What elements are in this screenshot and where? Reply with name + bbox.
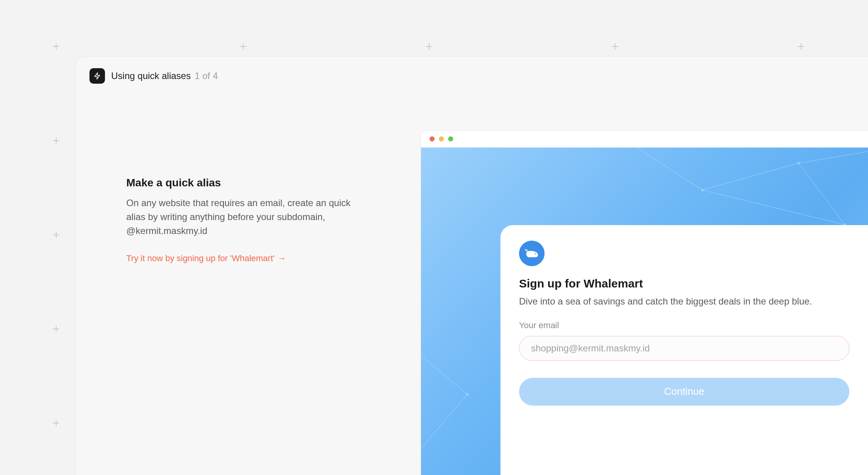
traffic-light-minimize-icon bbox=[439, 136, 444, 141]
arrow-right-icon: → bbox=[278, 253, 286, 263]
svg-point-11 bbox=[535, 253, 536, 255]
traffic-light-close-icon bbox=[430, 136, 435, 141]
svg-line-9 bbox=[421, 394, 467, 448]
panel-header: Using quick aliases 1 of 4 bbox=[89, 68, 218, 84]
svg-point-6 bbox=[798, 162, 800, 164]
signup-heading: Sign up for Whalemart bbox=[519, 277, 849, 290]
onboarding-panel: Using quick aliases 1 of 4 Make a quick … bbox=[76, 56, 868, 475]
svg-point-5 bbox=[701, 189, 703, 191]
signup-card: Sign up for Whalemart Dive into a sea of… bbox=[500, 225, 868, 475]
email-field[interactable] bbox=[519, 336, 849, 361]
panel-title: Using quick aliases bbox=[111, 71, 191, 81]
svg-line-0 bbox=[637, 148, 702, 190]
panel-step-indicator: 1 of 4 bbox=[194, 71, 218, 81]
whale-icon bbox=[519, 241, 545, 266]
signup-subheading: Dive into a sea of savings and catch the… bbox=[519, 295, 849, 308]
lightning-icon bbox=[89, 68, 105, 84]
try-it-link[interactable]: Try it now by signing up for 'Whalemart'… bbox=[126, 253, 286, 263]
svg-line-8 bbox=[421, 356, 467, 394]
svg-line-4 bbox=[799, 163, 845, 225]
continue-button[interactable]: Continue bbox=[519, 378, 849, 406]
intro-content: Make a quick alias On any website that r… bbox=[126, 177, 351, 263]
svg-line-2 bbox=[702, 190, 845, 225]
intro-body: On any website that requires an email, c… bbox=[126, 196, 351, 238]
browser-chrome bbox=[421, 131, 868, 148]
intro-heading: Make a quick alias bbox=[126, 177, 351, 189]
browser-mockup: Sign up for Whalemart Dive into a sea of… bbox=[421, 130, 868, 475]
svg-line-1 bbox=[702, 163, 799, 190]
svg-line-3 bbox=[799, 151, 868, 163]
try-it-label: Try it now by signing up for 'Whalemart' bbox=[126, 253, 275, 263]
traffic-light-zoom-icon bbox=[448, 136, 453, 141]
browser-viewport: Sign up for Whalemart Dive into a sea of… bbox=[421, 148, 868, 475]
email-label: Your email bbox=[519, 320, 849, 330]
svg-point-10 bbox=[466, 393, 468, 396]
